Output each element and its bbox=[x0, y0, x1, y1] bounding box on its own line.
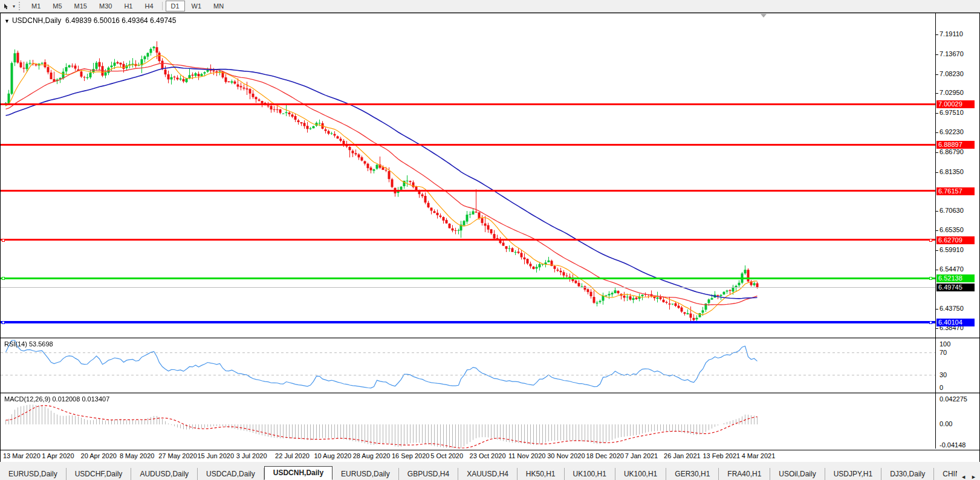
chart-tab-uk100-h1[interactable]: UK100,H1 bbox=[565, 468, 615, 480]
level-line-6.52138[interactable] bbox=[1, 277, 935, 279]
axis-tick-label: 6.65350 bbox=[939, 226, 964, 233]
axis-tick-mark bbox=[935, 270, 938, 270]
axis-tick-mark bbox=[935, 54, 938, 55]
chart-tab-xauusd-h4[interactable]: XAUUSD,H4 bbox=[458, 468, 518, 480]
axis-tick-label: 6.43750 bbox=[939, 305, 964, 312]
timeframe-button-m30[interactable]: M30 bbox=[94, 1, 117, 11]
chart-title: ▼USDCNH,Daily 6.49839 6.50016 6.49364 6.… bbox=[4, 16, 176, 25]
time-axis-label: 30 Nov 2020 bbox=[547, 452, 585, 459]
chart-tabs: EURUSD,DailyUSDCHF,DailyAUDUSD,DailyUSDC… bbox=[0, 465, 957, 480]
tab-scroll-left-icon[interactable]: ◄ bbox=[961, 474, 966, 480]
chart-tab-usoil-daily[interactable]: USOil,Daily bbox=[770, 468, 825, 480]
chart-tab-fra40-h1[interactable]: FRA40,H1 bbox=[719, 468, 770, 480]
timeframe-button-d1[interactable]: D1 bbox=[166, 1, 185, 11]
level-line-6.76157[interactable] bbox=[1, 190, 935, 192]
toolbar-grip[interactable] bbox=[19, 2, 22, 10]
level-line-handle[interactable] bbox=[929, 321, 932, 324]
chart-tab-eurusd-daily[interactable]: EURUSD,Daily bbox=[333, 468, 399, 480]
chart-tab-audusd-daily[interactable]: AUDUSD,Daily bbox=[131, 468, 198, 480]
trading-app: ▾ M1M5M15M30H1H4D1W1MN ▼USDCNH,Daily 6.4… bbox=[0, 0, 980, 480]
time-axis-label: 22 Jul 2020 bbox=[275, 452, 310, 459]
timeframe-button-m1[interactable]: M1 bbox=[26, 1, 46, 11]
chart-tab-usdchf-daily[interactable]: USDCHF,Daily bbox=[67, 468, 132, 480]
axis-tick-mark bbox=[935, 172, 938, 173]
axis-tick-mark bbox=[935, 328, 938, 329]
timeframe-button-m5[interactable]: M5 bbox=[47, 1, 67, 11]
macd-canvas[interactable] bbox=[1, 394, 935, 450]
time-axis-label: 7 Jan 2021 bbox=[625, 452, 658, 459]
timeframe-toolbar: ▾ M1M5M15M30H1H4D1W1MN bbox=[0, 0, 980, 13]
time-axis-label: 11 Nov 2020 bbox=[508, 452, 546, 459]
time-axis-label: 16 Sep 2020 bbox=[392, 452, 429, 459]
chart-tab-eurusd-daily[interactable]: EURUSD,Daily bbox=[0, 468, 67, 480]
chart-tab-uk100-h1[interactable]: UK100,H1 bbox=[615, 468, 666, 480]
axis-tick-label: 6.97510 bbox=[939, 109, 964, 116]
axis-tick-label: 7.02950 bbox=[939, 89, 964, 96]
level-line-6.40104[interactable] bbox=[1, 321, 935, 323]
cursor-tool-icon[interactable]: ▾ bbox=[4, 2, 15, 10]
chart-tab-usdjpy-h1[interactable]: USDJPY,H1 bbox=[825, 468, 881, 480]
level-line-handle[interactable] bbox=[929, 277, 932, 280]
timeframe-button-h1[interactable]: H1 bbox=[118, 1, 138, 11]
time-axis-label: 1 Apr 2020 bbox=[42, 452, 74, 459]
time-axis-label: 15 Jun 2020 bbox=[198, 452, 235, 459]
time-axis-label: 28 Aug 2020 bbox=[353, 452, 391, 459]
level-price-label: 6.52138 bbox=[936, 274, 975, 282]
macd-scale-label: 0.00 bbox=[939, 420, 952, 427]
axis-tick-mark bbox=[935, 74, 938, 75]
level-line-6.62709[interactable] bbox=[1, 239, 935, 241]
axis-tick-label: 6.70630 bbox=[939, 207, 964, 214]
timeframe-buttons: M1M5M15M30H1H4D1W1MN bbox=[25, 1, 230, 11]
level-price-label: 6.88897 bbox=[936, 141, 975, 149]
axis-tick-label: 6.92230 bbox=[939, 128, 964, 135]
axis-tick-mark bbox=[935, 211, 938, 212]
time-axis-label: 8 May 2020 bbox=[120, 452, 154, 459]
time-axis-label: 5 Oct 2020 bbox=[430, 452, 463, 459]
collapse-triangle-icon[interactable]: ▼ bbox=[4, 18, 10, 24]
tab-scroll-right-icon[interactable]: ► bbox=[971, 474, 976, 480]
time-axis-label: 20 Apr 2020 bbox=[81, 452, 117, 459]
chart-tab-dj30-daily[interactable]: DJ30,Daily bbox=[881, 468, 934, 480]
time-axis-label: 13 Mar 2020 bbox=[3, 452, 41, 459]
chart-tab-gbpusd-h4[interactable]: GBPUSD,H4 bbox=[399, 468, 458, 480]
timeframe-button-m15[interactable]: M15 bbox=[69, 1, 92, 11]
level-line-7.00029[interactable] bbox=[1, 103, 935, 105]
rsi-canvas[interactable] bbox=[1, 339, 935, 392]
chart-tab-usdcnh-daily[interactable]: USDCNH,Daily bbox=[264, 466, 333, 480]
axis-tick-mark bbox=[935, 250, 938, 251]
axis-tick-label: 7.08230 bbox=[939, 70, 964, 77]
chart-symbol: USDCNH,Daily bbox=[12, 16, 61, 25]
time-axis-label: 3 Jul 2020 bbox=[236, 452, 267, 459]
toolbar-separator bbox=[162, 2, 163, 10]
current-price-line bbox=[1, 287, 935, 288]
timeframe-button-mn[interactable]: MN bbox=[208, 1, 229, 11]
time-axis-label: 18 Dec 2020 bbox=[586, 452, 624, 459]
chart-shift-marker[interactable] bbox=[761, 14, 767, 18]
rsi-scale-label: 30 bbox=[939, 371, 947, 378]
axis-tick-label: 7.19110 bbox=[939, 30, 963, 37]
level-line-6.88897[interactable] bbox=[1, 144, 935, 146]
rsi-scale-label: 0 bbox=[939, 384, 943, 391]
chart-tab-usdcad-daily[interactable]: USDCAD,Daily bbox=[198, 468, 264, 480]
time-axis-label: 13 Feb 2021 bbox=[703, 452, 740, 459]
level-line-handle[interactable] bbox=[929, 239, 932, 242]
level-price-label: 6.40104 bbox=[936, 319, 975, 326]
dropdown-caret-icon[interactable]: ▾ bbox=[13, 4, 15, 9]
chart-tab-hk50-h1[interactable]: HK50,H1 bbox=[518, 468, 565, 480]
chart-tab-china300-h1[interactable]: CHINA300,H1 bbox=[934, 468, 957, 480]
level-line-handle[interactable] bbox=[2, 239, 5, 242]
time-axis-label: 26 Jan 2021 bbox=[664, 452, 701, 459]
chart-tab-ger30-h1[interactable]: GER30,H1 bbox=[666, 468, 719, 480]
price-chart-canvas[interactable] bbox=[1, 13, 935, 337]
timeframe-button-h4[interactable]: H4 bbox=[139, 1, 158, 11]
price-axis-line bbox=[935, 13, 936, 449]
timeframe-button-w1[interactable]: W1 bbox=[186, 1, 207, 11]
axis-tick-mark bbox=[935, 230, 938, 231]
macd-label: MACD(12,26,9) 0.012008 0.013407 bbox=[4, 395, 109, 403]
axis-tick-mark bbox=[935, 34, 938, 35]
level-line-handle[interactable] bbox=[2, 321, 5, 324]
level-line-handle[interactable] bbox=[2, 277, 5, 280]
axis-tick-mark bbox=[935, 132, 938, 133]
axis-tick-label: 6.59910 bbox=[939, 246, 964, 253]
level-price-label: 6.76157 bbox=[936, 187, 975, 195]
